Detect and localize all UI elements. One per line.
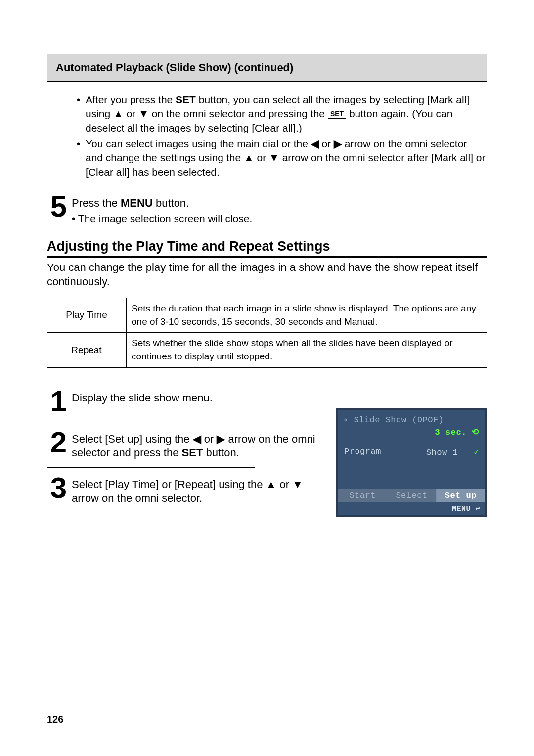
- up-arrow-icon: ▲: [244, 152, 254, 163]
- step-number: 1: [47, 388, 67, 415]
- step-2: 2 Select [Set up] using the ◀ or ▶ arrow…: [47, 429, 321, 460]
- step-5: 5 Press the MENU button. • The image sel…: [47, 193, 487, 225]
- down-arrow-icon: ▼: [269, 152, 279, 163]
- bullet-1: After you press the SET button, you can …: [77, 93, 487, 135]
- down-arrow-icon: ▼: [138, 108, 149, 119]
- text: button.: [153, 197, 189, 209]
- subsection-heading: Adjusting the Play Time and Repeat Setti…: [47, 239, 487, 254]
- text: After you press the: [86, 94, 176, 105]
- text: arrow on the omni selector.: [72, 492, 202, 504]
- step-number: 5: [47, 193, 67, 220]
- text: or: [319, 138, 334, 149]
- check-icon: ✓: [474, 448, 479, 457]
- subsection-intro: You can change the play time for all the…: [47, 261, 487, 289]
- row-label: Play Time: [47, 298, 127, 333]
- left-arrow-icon: ◀: [193, 433, 201, 445]
- down-arrow-icon: ▼: [292, 478, 303, 490]
- program-label: Program: [344, 447, 381, 457]
- up-arrow-icon: ▲: [266, 478, 277, 490]
- screen-buttonbar: Start Select Set up: [338, 489, 485, 502]
- text: Select [Play Time] or [Repeat] using the: [72, 478, 266, 490]
- lower-steps-area: 1 Display the slide show menu. 2 Select …: [47, 379, 487, 517]
- step-1-text: Display the slide show menu.: [72, 391, 321, 405]
- manual-page: Automated Playback (Slide Show) (continu…: [0, 0, 534, 756]
- set-label: SET: [182, 446, 203, 459]
- screen-title: ✧ Slide Show (DPOF): [338, 410, 485, 427]
- step-1: 1 Display the slide show menu.: [47, 388, 321, 415]
- step-3: 3 Select [Play Time] or [Repeat] using t…: [47, 475, 321, 506]
- divider: [47, 467, 255, 468]
- screen-menu-hint: MENU ↩: [452, 504, 480, 513]
- heading-underline: [47, 256, 487, 258]
- set-label: SET: [176, 94, 196, 105]
- text: or: [124, 108, 138, 119]
- row-desc: Sets whether the slide show stops when a…: [127, 333, 488, 367]
- text: Press the: [72, 197, 121, 209]
- text: button.: [203, 446, 239, 459]
- row-label: Repeat: [47, 333, 127, 367]
- settings-table: Play Time Sets the duration that each im…: [47, 298, 487, 367]
- table-row: Play Time Sets the duration that each im…: [47, 298, 487, 333]
- set-button-icon: SET: [328, 110, 346, 118]
- divider: [47, 188, 487, 188]
- table-row: Repeat Sets whether the slide show stops…: [47, 333, 487, 367]
- show-label: Show 1: [426, 448, 458, 457]
- page-number: 126: [47, 714, 63, 725]
- note-bullets: After you press the SET button, you can …: [77, 93, 487, 179]
- text: on the omni selector and pressing the: [149, 108, 328, 119]
- step-5-sub: • The image selection screen will close.: [72, 212, 487, 225]
- section-header: Automated Playback (Slide Show) (continu…: [47, 54, 487, 81]
- header-divider: [47, 81, 487, 82]
- right-arrow-icon: ▶: [217, 433, 225, 445]
- row-desc: Sets the duration that each image in a s…: [127, 298, 488, 333]
- step-number: 3: [47, 475, 67, 501]
- screen-start-button[interactable]: Start: [338, 489, 387, 502]
- text: You can select images using the main dia…: [86, 138, 311, 149]
- screen-program-row: Program Show 1 ✓: [338, 442, 485, 457]
- right-arrow-icon: ▶: [334, 138, 342, 149]
- step-number: 2: [47, 429, 67, 456]
- bullet-2: You can select images using the main dia…: [77, 137, 487, 179]
- text: or: [201, 433, 217, 445]
- menu-label: MENU: [121, 197, 153, 209]
- up-arrow-icon: ▲: [113, 108, 124, 119]
- screen-select-button[interactable]: Select: [387, 489, 436, 502]
- divider: [47, 422, 255, 422]
- divider: [47, 381, 255, 381]
- screen-setup-button[interactable]: Set up: [437, 489, 485, 502]
- text: or: [276, 478, 292, 490]
- text: Select [Set up] using the: [72, 433, 193, 445]
- text: or: [254, 152, 269, 163]
- left-arrow-icon: ◀: [311, 138, 319, 149]
- camera-screen: ✧ Slide Show (DPOF) 3 sec. ⟲ Program Sho…: [336, 408, 487, 517]
- screen-time: 3 sec. ⟲: [338, 427, 485, 442]
